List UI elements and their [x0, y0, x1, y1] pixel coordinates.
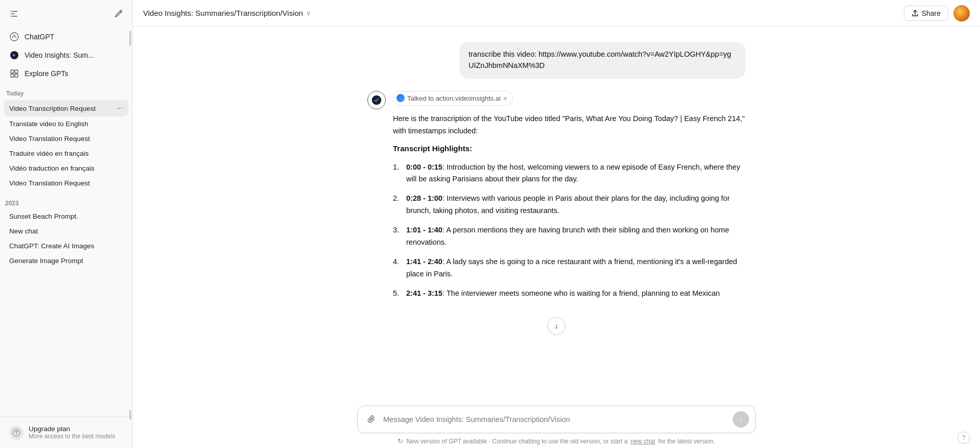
- transcript-item: 3. 1:01 - 1:40: A person mentions they a…: [393, 224, 745, 249]
- bottom-notice-text-after: for the latest version.: [658, 438, 715, 445]
- assistant-text: Here is the transcription of the YouTube…: [393, 113, 745, 300]
- transcript-item: 4. 1:41 - 2:40: A lady says she is going…: [393, 256, 745, 280]
- toggle-sidebar-button[interactable]: [6, 6, 21, 21]
- share-button[interactable]: Share: [904, 6, 948, 21]
- new-chat-button[interactable]: [111, 6, 126, 21]
- sidebar-item-create-ai-images[interactable]: ChatGPT: Create AI Images: [4, 239, 128, 253]
- sidebar-bottom: Upgrade plan More access to the best mod…: [0, 416, 132, 448]
- message-input[interactable]: [379, 414, 733, 425]
- sidebar-item-translate-video[interactable]: Translate video to English: [4, 116, 128, 131]
- sidebar-item-chatgpt-label: ChatGPT: [25, 33, 54, 41]
- send-button[interactable]: ↑: [733, 411, 749, 428]
- svg-point-4: [10, 33, 18, 41]
- sidebar-item-video-translation-2-label: Video Translation Request: [9, 179, 123, 187]
- sidebar-nav: ChatGPT Video Insights: Sum... Explore: [0, 26, 132, 85]
- sidebar-item-create-ai-label: ChatGPT: Create AI Images: [9, 242, 123, 250]
- sidebar-item-video-translation-1-label: Video Translation Request: [9, 135, 123, 143]
- highlights-title: Transcript Highlights:: [393, 143, 745, 155]
- timestamp: 1:01 - 1:40: [406, 226, 442, 234]
- chatgpt-icon: [9, 32, 19, 42]
- assistant-message: Talked to action.videoinsights.ai ∨ Here…: [367, 91, 745, 307]
- sidebar-item-video-translation-2[interactable]: Video Translation Request: [4, 176, 128, 191]
- upgrade-plan-sub: More access to the best models: [29, 433, 115, 440]
- talked-to-badge[interactable]: Talked to action.videoinsights.ai ∨: [393, 91, 513, 106]
- share-label: Share: [922, 9, 941, 17]
- upgrade-plan-button[interactable]: Upgrade plan More access to the best mod…: [4, 421, 128, 444]
- sidebar-item-translate-label: Translate video to English: [9, 120, 123, 128]
- list-num: 1.: [393, 161, 402, 186]
- timestamp: 2:41 - 3:15: [406, 289, 442, 297]
- assistant-content: Talked to action.videoinsights.ai ∨ Here…: [393, 91, 745, 307]
- sidebar-item-new-chat-label: New chat: [9, 227, 123, 235]
- sidebar-item-menu-icon[interactable]: ···: [116, 104, 123, 113]
- talked-to-chevron: ∨: [503, 93, 507, 103]
- sidebar-today-list: Video Transcription Request ··· Translat…: [0, 99, 132, 416]
- transcript-list: 1. 0:00 - 0:15: Introduction by the host…: [393, 161, 745, 300]
- sidebar-item-video-translation-1[interactable]: Video Translation Request: [4, 131, 128, 146]
- sidebar-item-video-transcription[interactable]: Video Transcription Request ···: [4, 100, 128, 116]
- chat-area[interactable]: transcribe this video: https://www.youtu…: [133, 27, 980, 400]
- sidebar-item-video-transcription-label: Video Transcription Request: [9, 105, 116, 112]
- sidebar-item-traduire-label: Traduire vidéo en français: [9, 150, 123, 157]
- header-title-button[interactable]: Video Insights: Summaries/Transcription/…: [143, 9, 311, 17]
- transcript-item: 1. 0:00 - 0:15: Introduction by the host…: [393, 161, 745, 186]
- header-right: Share: [904, 5, 970, 21]
- user-avatar[interactable]: [953, 5, 970, 21]
- header-title: Video Insights: Summaries/Transcription/…: [143, 9, 303, 17]
- refresh-icon: ↻: [398, 437, 403, 445]
- sidebar-item-video-label: Video Insights: Sum...: [25, 51, 94, 59]
- sidebar-item-new-chat[interactable]: New chat: [4, 224, 128, 239]
- upgrade-icon: [9, 426, 24, 440]
- list-num: 4.: [393, 256, 402, 280]
- explore-gpts-icon: [9, 68, 19, 79]
- transcript-item: 5. 2:41 - 3:15: The interviewer meets so…: [393, 288, 745, 300]
- sidebar-item-sunset-beach-label: Sunset Beach Prompt.: [9, 213, 123, 220]
- list-content: 0:00 - 0:15: Introduction by the host, w…: [406, 161, 745, 186]
- sidebar-item-traduire[interactable]: Traduire vidéo en français: [4, 146, 128, 161]
- scroll-down-button[interactable]: ↓: [548, 317, 565, 335]
- attach-button[interactable]: [364, 414, 379, 425]
- new-chat-icon: [114, 9, 123, 18]
- timestamp: 0:00 - 0:15: [406, 163, 442, 171]
- input-bar: ↑: [357, 406, 756, 433]
- svg-point-5: [14, 35, 15, 36]
- main-header: Video Insights: Summaries/Transcription/…: [133, 0, 980, 27]
- list-content: 0:28 - 1:00: Interviews with various peo…: [406, 193, 745, 217]
- help-icon: ?: [962, 434, 966, 441]
- sidebar-item-generate-image[interactable]: Generate Image Prompt: [4, 253, 128, 268]
- bottom-notice-text: New version of GPT available · Continue …: [406, 438, 627, 445]
- intro-text: Here is the transcription of the YouTube…: [393, 113, 745, 137]
- sidebar-item-video-insights[interactable]: Video Insights: Sum...: [4, 46, 128, 64]
- list-num: 3.: [393, 224, 402, 249]
- chat-inner: transcribe this video: https://www.youtu…: [357, 42, 756, 340]
- sidebar-item-video-traduction[interactable]: Vidéo traduction en français: [4, 161, 128, 176]
- sidebar-item-generate-image-label: Generate Image Prompt: [9, 257, 123, 265]
- talked-to-dot: [396, 94, 405, 102]
- timestamp: 0:28 - 1:00: [406, 194, 442, 202]
- sidebar-item-chatgpt[interactable]: ChatGPT: [4, 28, 128, 46]
- assistant-avatar: [367, 91, 386, 109]
- sidebar-item-explore-gpts[interactable]: Explore GPTs: [4, 64, 128, 83]
- list-num: 5.: [393, 288, 402, 300]
- header-chevron-icon: ∨: [306, 9, 311, 17]
- scroll-down-area: ↓: [367, 317, 745, 335]
- help-button[interactable]: ?: [958, 432, 970, 444]
- assistant-logo-icon: [371, 95, 382, 106]
- video-insights-icon: [9, 50, 19, 60]
- today-section-label: Today: [0, 85, 132, 99]
- user-bubble: transcribe this video: https://www.youtu…: [459, 42, 745, 79]
- sidebar-scroll-bottom: [129, 410, 131, 420]
- sidebar-top: [0, 0, 132, 26]
- timestamp: 1:41 - 2:40: [406, 257, 442, 266]
- list-content: 2:41 - 3:15: The interviewer meets someo…: [406, 288, 745, 300]
- section-2023-label: 2023: [4, 195, 128, 209]
- sidebar-toggle-icon: [9, 9, 18, 18]
- list-content: 1:41 - 2:40: A lady says she is going to…: [406, 256, 745, 280]
- sidebar-item-sunset-beach[interactable]: Sunset Beach Prompt.: [4, 209, 128, 224]
- user-message: transcribe this video: https://www.youtu…: [367, 42, 745, 79]
- upgrade-text: Upgrade plan More access to the best mod…: [29, 425, 115, 440]
- new-chat-link[interactable]: new chat: [631, 438, 655, 445]
- list-num: 2.: [393, 193, 402, 217]
- svg-rect-7: [11, 70, 14, 73]
- main-content: Video Insights: Summaries/Transcription/…: [133, 0, 980, 448]
